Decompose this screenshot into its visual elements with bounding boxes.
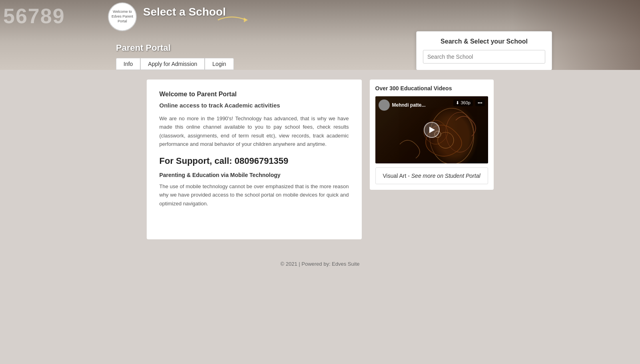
- select-school-heading: Select a School: [143, 6, 226, 18]
- body-para-1: We are no more in the 1990's! Technology…: [160, 114, 349, 149]
- logo-circle: Welcome to Edves Parent Portal: [108, 2, 137, 31]
- sidebar: Over 300 Educational Videos: [370, 80, 494, 239]
- mobile-heading: Parenting & Education via Mobile Technol…: [160, 172, 349, 178]
- video-thumbnail[interactable]: Mehndi patte... ⬇ 360p •••: [375, 96, 488, 163]
- support-heading: For Support, call: 08096791359: [160, 156, 349, 166]
- hero-numbers: 56789: [0, 4, 65, 28]
- visual-art-label: Visual Art -: [383, 173, 409, 179]
- content-card: Welcome to Parent Portal Online access t…: [147, 80, 362, 239]
- nav-info-button[interactable]: Info: [116, 58, 140, 70]
- logo-text: Welcome to Edves Parent Portal: [109, 10, 136, 24]
- video-section-title: Over 300 Educational Videos: [375, 85, 488, 91]
- video-more-options[interactable]: •••: [475, 99, 485, 106]
- video-download-icon: ⬇ 360p: [453, 99, 473, 106]
- body-para-2: The use of mobile technology cannot be o…: [160, 182, 349, 208]
- search-input[interactable]: [423, 50, 545, 64]
- main-content: Welcome to Parent Portal Online access t…: [140, 80, 500, 239]
- video-title-bar: Mehndi patte...: [379, 99, 426, 111]
- online-access-subtitle: Online access to track Academic activiti…: [160, 102, 349, 109]
- video-title: Mehndi patte...: [392, 102, 426, 108]
- nav-login-button[interactable]: Login: [205, 58, 233, 70]
- arrow-icon: [216, 12, 248, 28]
- footer-text: © 2021 | Powered by: Edves Suite: [281, 261, 360, 267]
- parent-portal-label: Parent Portal: [116, 43, 171, 53]
- search-panel: Search & Select your School: [416, 31, 552, 70]
- video-controls-bar: ⬇ 360p •••: [453, 99, 484, 106]
- nav-bar: Info Apply for Admission Login: [116, 58, 234, 70]
- nav-apply-button[interactable]: Apply for Admission: [140, 58, 205, 70]
- welcome-title: Welcome to Parent Portal: [160, 91, 349, 98]
- video-widget: Over 300 Educational Videos: [370, 80, 494, 190]
- search-panel-title: Search & Select your School: [423, 38, 545, 45]
- play-triangle-icon: [429, 127, 435, 133]
- video-play-button[interactable]: [424, 122, 440, 138]
- svg-marker-0: [244, 18, 248, 22]
- footer: © 2021 | Powered by: Edves Suite: [0, 249, 640, 279]
- visual-art-button[interactable]: Visual Art - See more on Student Portal: [375, 167, 488, 184]
- hero-section: 56789 Welcome to Edves Parent Portal Sel…: [0, 0, 640, 70]
- video-channel-avatar: [379, 99, 390, 111]
- visual-art-link: See more on Student Portal: [411, 173, 480, 179]
